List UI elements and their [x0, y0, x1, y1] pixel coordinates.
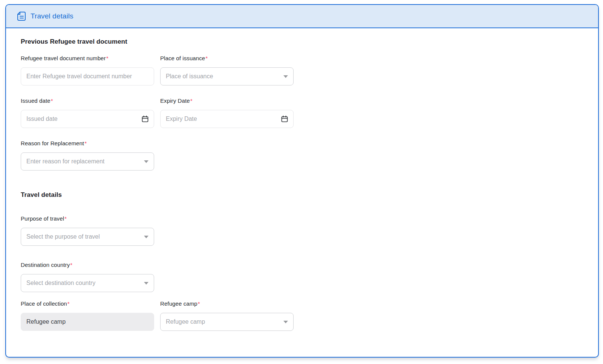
required-asterisk: * [67, 300, 70, 307]
place-of-issuance-placeholder: Place of issuance [166, 73, 213, 80]
required-asterisk: * [190, 97, 193, 104]
required-asterisk: * [205, 55, 208, 61]
required-asterisk: * [198, 300, 200, 307]
chevron-down-icon [144, 282, 148, 285]
chevron-down-icon [144, 236, 148, 238]
reason-for-replacement-label: Reason for Replacement* [21, 140, 154, 146]
place-of-issuance-select[interactable]: Place of issuance [160, 67, 294, 85]
place-of-collection-label: Place of collection* [21, 300, 154, 307]
expiry-date-input[interactable] [160, 110, 294, 128]
place-of-issuance-label: Place of issuance* [160, 55, 294, 61]
refugee-camp-select[interactable]: Refugee camp [160, 313, 294, 331]
required-asterisk: * [70, 262, 72, 268]
chevron-down-icon [283, 75, 288, 78]
refugee-camp-label: Refugee camp* [160, 300, 294, 307]
panel-header: Travel details [6, 5, 598, 28]
purpose-of-travel-placeholder: Select the purpose of travel [26, 233, 100, 240]
calendar-icon[interactable] [281, 115, 288, 123]
required-asterisk: * [64, 215, 67, 222]
section-heading-previous-document: Previous Refugee travel document [21, 38, 583, 46]
reason-for-replacement-placeholder: Enter reason for replacement [26, 158, 104, 165]
section-heading-travel-details: Travel details [21, 191, 583, 199]
destination-country-select[interactable]: Select destination country [21, 274, 154, 292]
chevron-down-icon [283, 321, 288, 323]
expiry-date-label: Expiry Date* [160, 97, 294, 104]
required-asterisk: * [51, 97, 53, 104]
chevron-down-icon [144, 160, 148, 163]
issued-date-input[interactable] [21, 110, 154, 128]
reason-for-replacement-select[interactable]: Enter reason for replacement [21, 152, 154, 171]
travel-details-panel: Travel details Previous Refugee travel d… [5, 4, 599, 358]
destination-country-label: Destination country* [21, 262, 154, 268]
calendar-icon[interactable] [141, 115, 149, 123]
panel-title: Travel details [31, 12, 73, 20]
issued-date-label: Issued date* [21, 97, 154, 104]
purpose-of-travel-label: Purpose of travel* [21, 215, 154, 222]
panel-content: Previous Refugee travel document Refugee… [6, 28, 598, 331]
purpose-of-travel-select[interactable]: Select the purpose of travel [21, 228, 154, 246]
required-asterisk: * [84, 140, 87, 146]
destination-country-placeholder: Select destination country [26, 280, 95, 286]
place-of-collection-input [21, 313, 154, 331]
document-icon [17, 12, 26, 21]
doc-number-input[interactable] [21, 67, 154, 85]
required-asterisk: * [106, 55, 109, 61]
doc-number-label: Refugee travel document number* [21, 55, 154, 61]
refugee-camp-placeholder: Refugee camp [166, 318, 205, 325]
